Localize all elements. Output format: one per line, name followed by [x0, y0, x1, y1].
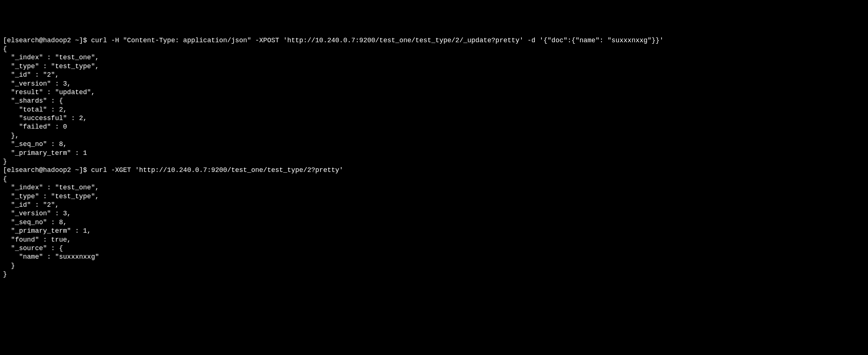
shell-prompt-2: [elsearch@hadoop2 ~]$	[3, 166, 91, 174]
command-1[interactable]: curl -H "Content-Type: application/json"…	[91, 37, 664, 44]
command-2[interactable]: curl -XGET 'http://10.240.0.7:9200/test_…	[91, 166, 344, 174]
response-2: { "_index" : "test_one", "_type" : "test…	[3, 175, 99, 278]
response-1: { "_index" : "test_one", "_type" : "test…	[3, 45, 99, 165]
shell-prompt-1: [elsearch@hadoop2 ~]$	[3, 37, 91, 44]
terminal-output: [elsearch@hadoop2 ~]$ curl -H "Content-T…	[3, 36, 865, 279]
